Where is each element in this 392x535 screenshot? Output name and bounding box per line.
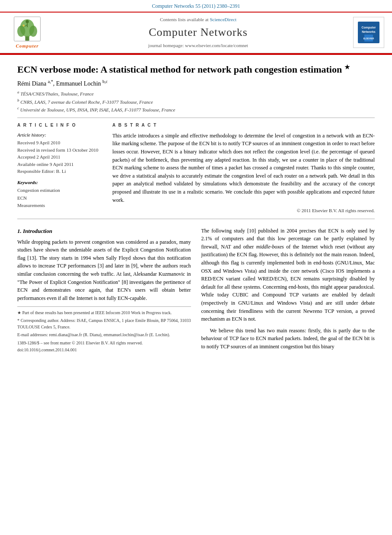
journal-badge: Computer Networks ELSEVIER bbox=[353, 17, 384, 48]
journal-title: Computer Networks bbox=[51, 25, 345, 40]
sciencedirect-link[interactable]: ScienceDirect bbox=[210, 17, 236, 22]
svg-text:ELSEVIER: ELSEVIER bbox=[363, 37, 374, 40]
copyright-line: © 2011 Elsevier B.V. All rights reserved… bbox=[112, 207, 375, 214]
journal-badge-icon: Computer Networks ELSEVIER bbox=[358, 22, 379, 43]
history-title: Article history: bbox=[17, 132, 104, 138]
intro-left-text: While dropping packets to prevent conges… bbox=[17, 238, 191, 303]
elsevier-tree-icon bbox=[12, 16, 42, 42]
abstract-text: This article introduces a simple and eff… bbox=[112, 132, 375, 204]
keywords-title: Keywords: bbox=[17, 179, 104, 186]
keyword-0: Congestion estimation bbox=[17, 187, 104, 194]
abstract-label: A B S T R A C T bbox=[112, 122, 375, 128]
history-revised: Received in revised form 13 October 2010 bbox=[17, 146, 104, 154]
history-online: Available online 9 April 2011 bbox=[17, 161, 104, 168]
affiliation-a: a TÉSA/CNES/Thales, Toulouse, France bbox=[17, 89, 375, 97]
body-section: 1. Introduction While dropping packets t… bbox=[17, 227, 375, 354]
article-info-col: A R T I C L E I N F O Article history: R… bbox=[17, 122, 104, 214]
keywords-block: Keywords: Congestion estimation ECN Meas… bbox=[17, 179, 104, 210]
authors-line: Rémi Diana a,*, Emmanuel Lochin b,c bbox=[17, 79, 375, 88]
intro-heading: 1. Introduction bbox=[17, 227, 191, 236]
intro-para-right-1: The following study [10] published in 20… bbox=[201, 227, 375, 323]
svg-point-5 bbox=[25, 20, 29, 23]
article-info-label: A R T I C L E I N F O bbox=[17, 122, 104, 128]
elsevier-wordmark: Computer bbox=[16, 43, 38, 49]
main-content: ECN verbose mode: A statistical method f… bbox=[0, 55, 392, 363]
divider-1 bbox=[17, 118, 375, 118]
elsevier-logo-area: Computer bbox=[8, 16, 47, 49]
journal-header: Computer Contents lists available at Sci… bbox=[0, 12, 392, 53]
keyword-2: Measurements bbox=[17, 202, 104, 210]
issn-line: 1389-1286/$ – see front matter © 2011 El… bbox=[17, 340, 191, 353]
intro-para-right-2: We believe this trend has two main reaso… bbox=[201, 327, 375, 351]
top-bar: Computer Networks 55 (2011) 2380–2391 bbox=[0, 0, 392, 12]
intro-right-col: The following study [10] published in 20… bbox=[201, 227, 375, 354]
intro-left-col: 1. Introduction While dropping packets t… bbox=[17, 227, 191, 354]
divider-2 bbox=[17, 219, 375, 219]
footnotes: ★ Part of these results has been present… bbox=[17, 306, 191, 338]
history-editor: Responsible Editor: B. Li bbox=[17, 168, 104, 175]
contents-available-line: Contents lists available at ScienceDirec… bbox=[51, 16, 345, 23]
contents-text: Contents lists available at bbox=[160, 17, 209, 22]
elsevier-logo: Computer bbox=[8, 16, 47, 49]
doi-text: doi:10.1016/j.comnet.2011.04.001 bbox=[17, 347, 191, 353]
footnote-email: E-mail addresses: remi.diana@isae.fr (R.… bbox=[17, 331, 191, 338]
intro-para-1: While dropping packets to prevent conges… bbox=[17, 238, 191, 303]
affiliation-c: c Université de Toulouse, UPS, INSA, INP… bbox=[17, 105, 375, 113]
footnote-star: ★ Part of these results has been present… bbox=[17, 309, 191, 316]
article-title-text: ECN verbose mode: A statistical method f… bbox=[17, 64, 342, 75]
footnote-corresponding: * Corresponding author. Address: ISAE, C… bbox=[17, 317, 191, 330]
intro-two-col: 1. Introduction While dropping packets t… bbox=[17, 227, 375, 354]
journal-header-center: Contents lists available at ScienceDirec… bbox=[51, 16, 345, 49]
svg-text:Networks: Networks bbox=[362, 30, 376, 33]
journal-badge-area: Computer Networks ELSEVIER bbox=[350, 17, 384, 48]
abstract-col: A B S T R A C T This article introduces … bbox=[112, 122, 375, 214]
svg-point-9 bbox=[22, 25, 25, 27]
history-accepted: Accepted 2 April 2011 bbox=[17, 153, 104, 161]
authors-text: Rémi Diana a,*, Emmanuel Lochin b,c bbox=[17, 80, 108, 87]
issn-text: 1389-1286/$ – see front matter © 2011 El… bbox=[17, 340, 191, 347]
article-info-abstract: A R T I C L E I N F O Article history: R… bbox=[17, 122, 375, 214]
svg-point-3 bbox=[17, 25, 25, 37]
keyword-1: ECN bbox=[17, 194, 104, 202]
history-received: Received 9 April 2010 bbox=[17, 139, 104, 146]
journal-homepage: journal homepage: www.elsevier.com/locat… bbox=[51, 42, 345, 49]
article-history-block: Article history: Received 9 April 2010 R… bbox=[17, 132, 104, 175]
journal-citation: Computer Networks 55 (2011) 2380–2391 bbox=[152, 3, 240, 9]
article-title: ECN verbose mode: A statistical method f… bbox=[17, 64, 375, 76]
title-star: ★ bbox=[344, 64, 350, 70]
affiliation-b: b CNRS, LAAS, 7 avenue du Colonel Roche,… bbox=[17, 98, 375, 105]
affiliations: a TÉSA/CNES/Thales, Toulouse, France b C… bbox=[17, 89, 375, 113]
svg-point-4 bbox=[29, 25, 37, 37]
intro-right-text: The following study [10] published in 20… bbox=[201, 227, 375, 351]
svg-text:Computer: Computer bbox=[361, 26, 376, 29]
